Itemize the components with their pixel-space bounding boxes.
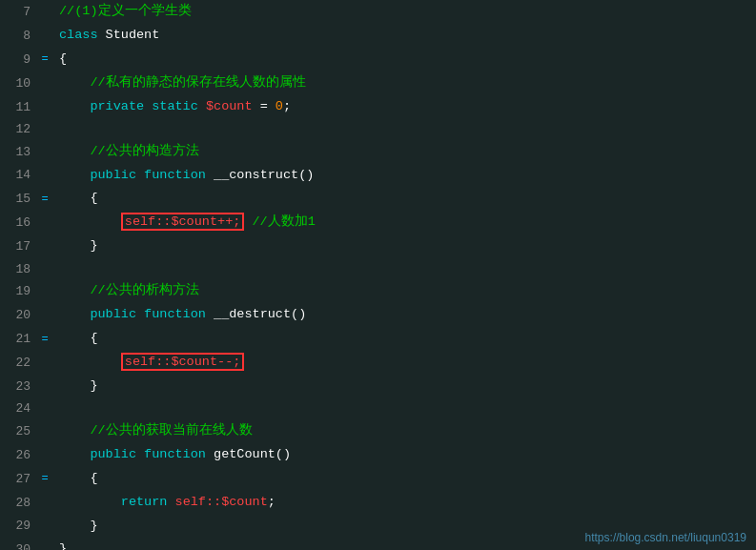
line-number: 21	[0, 327, 38, 351]
code-editor: 7//(1)定义一个学生类8class Student9={10 //私有的静态…	[0, 0, 756, 550]
line-marker	[38, 0, 51, 24]
line-marker	[38, 95, 51, 119]
line-marker	[38, 419, 51, 443]
line-marker	[38, 279, 51, 303]
line-marker: =	[38, 48, 51, 71]
line-marker	[38, 24, 51, 48]
code-row: 14 public function __construct()	[0, 164, 756, 188]
line-number: 18	[0, 258, 38, 279]
line-marker	[38, 140, 51, 164]
line-content: public function __destruct()	[51, 303, 756, 327]
line-number: 9	[0, 48, 38, 71]
line-number: 13	[0, 140, 38, 164]
line-number: 11	[0, 95, 38, 119]
line-content: return self::$count;	[51, 491, 756, 515]
line-content: class Student	[51, 24, 756, 48]
line-marker	[38, 234, 51, 258]
code-row: 13 //公共的构造方法	[0, 140, 756, 164]
code-row: 24	[0, 398, 756, 419]
code-row: 23 }	[0, 375, 756, 398]
code-row: 22 self::$count--;	[0, 351, 756, 375]
code-row: 8class Student	[0, 24, 756, 48]
line-number: 29	[0, 515, 38, 539]
line-content: {	[51, 467, 756, 491]
code-row: 21= {	[0, 327, 756, 351]
code-row: 9={	[0, 48, 756, 71]
line-number: 7	[0, 0, 38, 24]
line-content	[51, 258, 756, 279]
line-content	[51, 119, 756, 140]
line-marker	[38, 351, 51, 375]
code-row: 20 public function __destruct()	[0, 303, 756, 327]
line-marker	[38, 538, 51, 550]
line-content: //公共的析构方法	[51, 279, 756, 303]
highlighted-code: self::$count++;	[121, 213, 245, 231]
line-marker	[38, 164, 51, 188]
line-content	[51, 398, 756, 419]
line-content: {	[51, 327, 756, 351]
code-row: 16 self::$count++; //人数加1	[0, 211, 756, 234]
code-row: 17 }	[0, 234, 756, 258]
line-content: //公共的构造方法	[51, 140, 756, 164]
code-row: 18	[0, 258, 756, 279]
line-number: 19	[0, 279, 38, 303]
line-content: self::$count--;	[51, 351, 756, 375]
code-row: 19 //公共的析构方法	[0, 279, 756, 303]
line-content: }	[51, 375, 756, 398]
code-row: 28 return self::$count;	[0, 491, 756, 515]
line-marker: =	[38, 327, 51, 351]
line-number: 24	[0, 398, 38, 419]
line-marker	[38, 398, 51, 419]
line-number: 22	[0, 351, 38, 375]
line-marker: =	[38, 187, 51, 211]
line-marker	[38, 303, 51, 327]
line-content: //私有的静态的保存在线人数的属性	[51, 71, 756, 95]
code-row: 27= {	[0, 467, 756, 491]
code-row: 25 //公共的获取当前在线人数	[0, 419, 756, 443]
line-number: 20	[0, 303, 38, 327]
line-marker	[38, 443, 51, 467]
code-row: 11 private static $count = 0;	[0, 95, 756, 119]
line-content: private static $count = 0;	[51, 95, 756, 119]
line-marker	[38, 71, 51, 95]
line-number: 12	[0, 119, 38, 140]
line-number: 28	[0, 491, 38, 515]
line-content: //(1)定义一个学生类	[51, 0, 756, 24]
code-row: 26 public function getCount()	[0, 443, 756, 467]
line-marker	[38, 119, 51, 140]
line-number: 16	[0, 211, 38, 234]
line-marker	[38, 515, 51, 539]
line-content: self::$count++; //人数加1	[51, 211, 756, 234]
code-row: 10 //私有的静态的保存在线人数的属性	[0, 71, 756, 95]
line-number: 27	[0, 467, 38, 491]
line-content: }	[51, 234, 756, 258]
code-row: 7//(1)定义一个学生类	[0, 0, 756, 24]
line-content: {	[51, 187, 756, 211]
line-marker	[38, 375, 51, 398]
code-row: 15= {	[0, 187, 756, 211]
watermark: https://blog.csdn.net/liuqun0319	[585, 531, 746, 544]
line-number: 17	[0, 234, 38, 258]
line-marker	[38, 211, 51, 234]
line-number: 15	[0, 187, 38, 211]
line-content: public function __construct()	[51, 164, 756, 188]
line-number: 25	[0, 419, 38, 443]
line-content: {	[51, 48, 756, 71]
line-marker	[38, 491, 51, 515]
line-content: public function getCount()	[51, 443, 756, 467]
line-marker: =	[38, 467, 51, 491]
line-number: 23	[0, 375, 38, 398]
line-number: 26	[0, 443, 38, 467]
highlighted-code-2: self::$count--;	[121, 353, 245, 371]
code-row: 12	[0, 119, 756, 140]
line-content: //公共的获取当前在线人数	[51, 419, 756, 443]
line-marker	[38, 258, 51, 279]
line-number: 8	[0, 24, 38, 48]
line-number: 10	[0, 71, 38, 95]
line-number: 30	[0, 538, 38, 550]
line-number: 14	[0, 164, 38, 188]
